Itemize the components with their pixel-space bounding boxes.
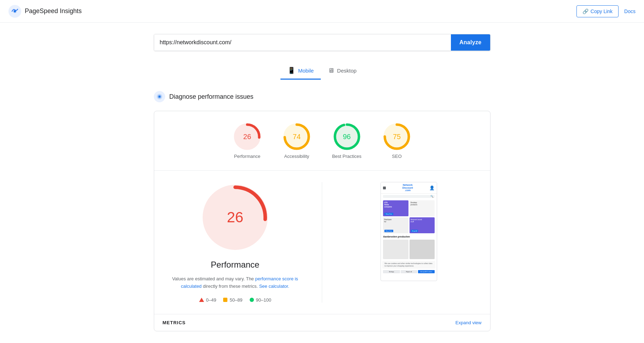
seo-score-value: 75 xyxy=(393,133,401,141)
link-icon: 🔗 xyxy=(582,8,588,14)
copy-link-button[interactable]: 🔗 Copy Link xyxy=(576,5,619,17)
good-indicator xyxy=(250,298,254,302)
best-practices-gauge: 96 xyxy=(333,122,361,151)
performance-score-value: 26 xyxy=(243,133,251,141)
poor-indicator xyxy=(199,298,204,302)
accessibility-label: Accessibility xyxy=(284,154,309,159)
site-thumbnail: NetworkDiscount.com 👤 🔍 UTAAllelecomplet… xyxy=(381,182,437,281)
thumb-products xyxy=(381,239,437,260)
header-right: 🔗 Copy Link Docs xyxy=(576,5,636,17)
desc-text-1: Values are estimated and may vary. The xyxy=(172,276,254,281)
desktop-icon: 🖥 xyxy=(328,67,334,74)
legend-poor: 0–49 xyxy=(199,297,216,303)
thumb-section-title: Aanbevolen producten xyxy=(381,234,437,239)
tab-desktop[interactable]: 🖥 Desktop xyxy=(321,62,364,80)
performance-left-panel: 26 Performance Values are estimated and … xyxy=(163,182,308,303)
url-input[interactable] xyxy=(154,34,451,51)
info-icon xyxy=(156,93,163,100)
best-practices-score-value: 96 xyxy=(343,133,350,141)
score-seo[interactable]: 75 SEO xyxy=(383,122,411,159)
legend-moderate-label: 50–89 xyxy=(230,297,242,303)
metrics-label: METRICS xyxy=(163,320,186,325)
thumb-reject-btn: Reject all xyxy=(401,270,417,273)
best-practices-label: Best Practices xyxy=(332,154,361,159)
big-performance-gauge: 26 xyxy=(200,182,271,253)
thumb-accept-btn: Accept All Cookies xyxy=(418,270,435,273)
diagnose-section: Diagnose performance issues xyxy=(154,91,491,102)
copy-link-label: Copy Link xyxy=(591,8,613,14)
score-legend: 0–49 50–89 90–100 xyxy=(199,297,271,303)
results-card: 26 Performance 74 Accessibility xyxy=(154,111,491,331)
tab-mobile-label: Mobile xyxy=(298,68,314,74)
performance-detail-section: 26 Performance Values are estimated and … xyxy=(163,182,482,314)
diagnose-text: Diagnose performance issues xyxy=(169,93,254,101)
pagespeed-logo-icon xyxy=(8,5,21,18)
tab-bar: 📱 Mobile 🖥 Desktop xyxy=(154,62,491,80)
svg-point-5 xyxy=(158,96,160,98)
thumb-cookie-buttons: Settings Reject all Accept All Cookies xyxy=(381,269,437,274)
vertical-divider xyxy=(322,182,322,303)
thumb-card-2: Desktopproducts xyxy=(410,200,435,216)
moderate-indicator xyxy=(223,298,227,302)
thumb-logo: NetworkDiscount.com xyxy=(402,184,413,192)
legend-good: 90–100 xyxy=(250,297,271,303)
header: PageSpeed Insights 🔗 Copy Link Docs xyxy=(0,0,644,23)
expand-view-link[interactable]: Expand view xyxy=(456,320,482,325)
thumb-btn-3: Shop Now xyxy=(384,230,393,232)
score-performance[interactable]: 26 Performance xyxy=(233,122,261,159)
scores-row: 26 Performance 74 Accessibility xyxy=(163,122,482,159)
performance-right-panel: NetworkDiscount.com 👤 🔍 UTAAllelecomplet… xyxy=(336,182,482,303)
thumb-cookie-notice: We use cookies and other similar technol… xyxy=(382,261,435,269)
score-accessibility[interactable]: 74 Accessibility xyxy=(283,122,311,159)
tab-mobile[interactable]: 📱 Mobile xyxy=(280,62,321,80)
thumb-card-3: Patchpenfor Shop Now xyxy=(383,217,408,233)
thumb-btn-4: Shop All xyxy=(411,230,418,232)
big-performance-score: 26 xyxy=(227,209,243,226)
thumb-card-4: Network brandstuff Shop All xyxy=(410,217,435,233)
thumb-product-2 xyxy=(410,240,435,259)
analyze-button[interactable]: Analyze xyxy=(451,34,490,51)
seo-gauge: 75 xyxy=(383,122,411,151)
performance-title: Performance xyxy=(211,260,259,270)
legend-poor-label: 0–49 xyxy=(206,297,216,303)
main-content: Analyze 📱 Mobile 🖥 Desktop Diagnose perf… xyxy=(145,23,499,343)
thumb-btn-1: Shop Now xyxy=(384,213,393,215)
diagnose-icon xyxy=(154,91,165,102)
thumb-product-1 xyxy=(383,240,408,259)
legend-good-label: 90–100 xyxy=(256,297,271,303)
thumb-card-1: UTAAllelecomplete Shop Now xyxy=(383,200,408,216)
legend-moderate: 50–89 xyxy=(223,297,242,303)
score-best-practices[interactable]: 96 Best Practices xyxy=(332,122,361,159)
calculator-link[interactable]: See calculator. xyxy=(259,284,289,289)
thumb-settings-btn: Settings xyxy=(383,270,400,273)
thumb-header: NetworkDiscount.com 👤 xyxy=(381,182,437,194)
performance-gauge: 26 xyxy=(233,122,261,151)
desc-text-2: directly from these metrics. xyxy=(203,284,258,289)
thumb-grid: UTAAllelecomplete Shop Now Desktopproduc… xyxy=(381,199,437,234)
svg-point-2 xyxy=(14,10,16,12)
docs-link[interactable]: Docs xyxy=(624,8,636,14)
header-left: PageSpeed Insights xyxy=(8,5,82,18)
performance-label: Performance xyxy=(234,154,260,159)
mobile-icon: 📱 xyxy=(288,67,295,74)
accessibility-score-value: 74 xyxy=(293,133,301,141)
seo-label: SEO xyxy=(392,154,401,159)
app-title: PageSpeed Insights xyxy=(25,7,82,15)
accessibility-gauge: 74 xyxy=(283,122,311,151)
thumb-search: 🔍 xyxy=(383,195,435,198)
performance-description: Values are estimated and may vary. The p… xyxy=(168,275,302,290)
tab-desktop-label: Desktop xyxy=(337,68,356,74)
url-bar: Analyze xyxy=(154,34,491,51)
score-divider xyxy=(154,170,490,171)
bottom-bar: METRICS Expand view xyxy=(154,314,490,331)
